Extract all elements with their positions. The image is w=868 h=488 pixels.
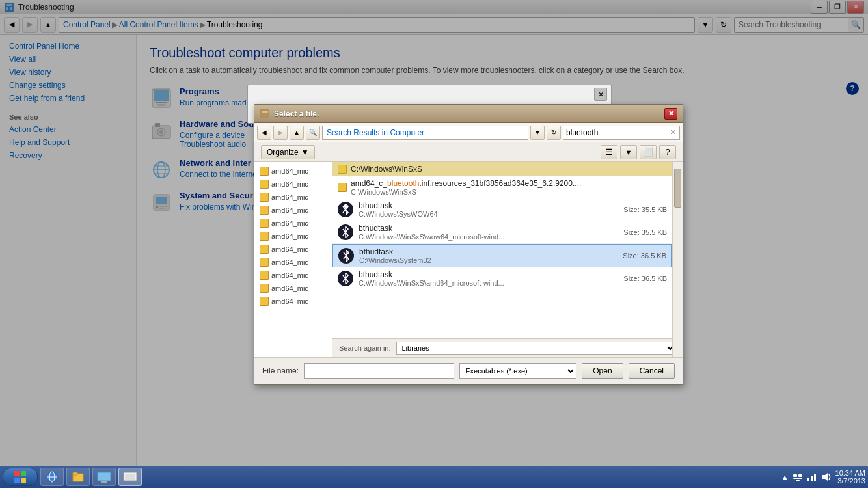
folder-icon-7 [260,245,269,254]
folder-icon-bt-inf [338,183,347,192]
folder-icon-5 [260,219,269,228]
fd-scrollbar-thumb[interactable] [674,169,681,208]
svg-rect-53 [811,476,813,481]
taskbar: ▲ 10:34 AM 3/7/2013 [0,466,868,488]
fd-winsx-path: C:\Windows\WinSxS [351,165,422,174]
fd-bt-inf-name: amd64_c_bluetooth.inf.resources_31bf3856… [351,179,581,188]
fd-tree-item-10[interactable]: amd64_mic [254,282,332,295]
fd-tree-label-4: amd64_mic [271,206,308,214]
fd-search-input[interactable] [563,128,666,137]
fd-file-row-bt-inf[interactable]: amd64_c_bluetooth.inf.resources_31bf3856… [332,176,672,198]
fd-bthudtask-3-path: C:\Windows\System32 [359,256,617,264]
fd-search-box[interactable]: ✕ [563,126,680,140]
fd-view-toggle-button[interactable]: ▼ [620,145,637,159]
fd-search-again-select[interactable]: Libraries Computer Internet [396,342,677,355]
organize-arrow: ▼ [301,148,309,157]
svg-rect-54 [814,474,816,481]
fd-bthudtask-1-info: bthudtask C:\Windows\SysWOW64 [359,201,618,218]
fd-tree-label-6: amd64_mic [271,232,308,240]
svg-rect-43 [73,472,77,475]
file-dialog-titlebar: Select a file. ✕ [254,105,683,123]
svg-rect-50 [793,478,802,479]
folder-icon-9 [260,271,269,280]
fd-tree-item-6[interactable]: amd64_mic [254,230,332,243]
folder-icon-10 [260,284,269,293]
fd-file-row-bthudtask-1[interactable]: bthudtask C:\Windows\SysWOW64 Size: 35.5… [332,198,672,221]
fd-tree-label-10: amd64_mic [271,284,308,292]
fd-back-button[interactable]: ◀ [257,126,271,140]
taskbar-clock[interactable]: 10:34 AM 3/7/2013 [835,469,865,485]
file-dialog-address-bar: ◀ ▶ ▲ 🔍 Search Results in Computer ▼ ↻ ✕ [254,123,683,142]
fd-filename-label: File name: [262,366,299,375]
folder-icon-4 [260,206,269,215]
folder-icon-2 [260,180,269,189]
fd-tree-item-9[interactable]: amd64_mic [254,269,332,282]
fd-tree-item-1[interactable]: amd64_mic [254,165,332,178]
fd-help-button[interactable]: ? [659,145,676,159]
fd-tree-label-2: amd64_mic [271,180,308,188]
bg-dialog-close-button[interactable]: ✕ [594,88,607,101]
fd-tree-label-9: amd64_mic [271,271,308,279]
fd-tree-item-3[interactable]: amd64_mic [254,191,332,204]
file-dialog-close-button[interactable]: ✕ [664,108,677,120]
fd-scrollbar[interactable] [672,162,683,357]
file-dialog-icon [260,109,270,119]
fd-toolbar-right: ☰ ▼ ⬜ ? [601,145,676,159]
file-dialog-title: Select a file. [274,109,319,118]
fd-view-list-button[interactable]: ☰ [601,145,617,159]
fd-file-row-bthudtask-3[interactable]: bthudtask C:\Windows\System32 Size: 36.5… [332,244,672,267]
fd-path-text: Search Results in Computer [327,128,424,137]
fd-path-dropdown[interactable]: ▼ [530,126,545,140]
fd-tree-item-4[interactable]: amd64_mic [254,204,332,217]
fd-file-list[interactable]: C:\Windows\WinSxS amd64_c_bluetooth.inf.… [332,162,683,338]
fd-cancel-button[interactable]: Cancel [629,363,675,379]
fd-refresh-button[interactable]: ↻ [547,126,561,140]
tray-arrow[interactable]: ▲ [781,473,789,481]
fd-pane-button[interactable]: ⬜ [640,145,657,159]
fd-tree-item-11[interactable]: amd64_mic [254,295,332,308]
clock-date: 3/7/2013 [835,477,865,485]
fd-search-clear-button[interactable]: ✕ [666,126,679,139]
bluetooth-icon-4 [338,271,353,286]
folder-icon-6 [260,232,269,241]
taskbar-explorer-button[interactable] [66,468,90,486]
fd-forward-button[interactable]: ▶ [273,126,288,140]
taskbar-ie-button[interactable] [40,468,64,486]
start-button[interactable] [3,468,38,486]
fd-up-button[interactable]: ▲ [290,126,304,140]
fd-address-path[interactable]: Search Results in Computer [322,126,528,140]
fd-tree-item-5[interactable]: amd64_mic [254,217,332,230]
fd-tree-label-3: amd64_mic [271,193,308,201]
fd-tree-item-7[interactable]: amd64_mic [254,243,332,256]
fd-file-row-bthudtask-4[interactable]: bthudtask C:\Windows\WinSxS\amd64_micros… [332,267,672,290]
svg-rect-52 [807,478,809,481]
taskbar-network-button[interactable] [92,468,116,486]
svg-rect-36 [21,471,26,476]
fd-bthudtask-2-name: bthudtask [359,224,618,233]
fd-bthudtask-3-info: bthudtask C:\Windows\System32 [359,247,617,264]
organize-label: Organize [267,148,299,157]
organize-button[interactable]: Organize ▼ [261,145,315,159]
fd-bthudtask-2-size: Size: 35.5 KB [623,228,667,236]
folder-icon-3 [260,193,269,202]
svg-rect-47 [125,474,135,480]
svg-marker-55 [822,473,828,481]
fd-file-row-bthudtask-2[interactable]: bthudtask C:\Windows\WinSxS\wow64_micros… [332,221,672,244]
folder-icon-winsx [338,165,347,174]
fd-open-button[interactable]: Open [582,363,623,379]
taskbar-folder-button[interactable] [118,468,142,486]
svg-rect-48 [793,474,797,477]
fd-tree-item-8[interactable]: amd64_mic [254,256,332,269]
fd-filename-input[interactable] [304,363,454,379]
fd-tree-label-5: amd64_mic [271,219,308,227]
fd-file-row-winsx[interactable]: C:\Windows\WinSxS [332,162,672,176]
tray-signal-icon [807,472,817,482]
fd-tree-item-2[interactable]: amd64_mic [254,178,332,191]
svg-rect-23 [262,111,268,113]
fd-bthudtask-4-size: Size: 36.5 KB [623,275,667,282]
fd-filetype-select[interactable]: Executables (*.exe) [459,363,576,379]
fd-search-icon: 🔍 [306,126,320,140]
folder-icon-8 [260,258,269,267]
bluetooth-icon-2 [338,224,353,240]
svg-rect-51 [796,480,800,481]
